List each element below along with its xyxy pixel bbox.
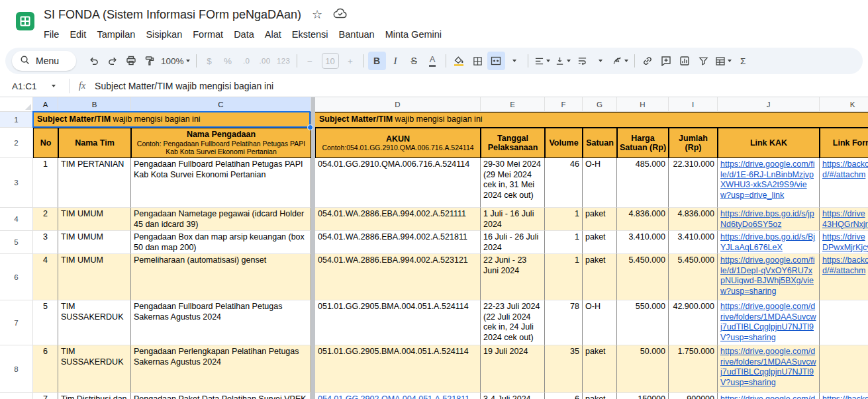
cloud-saved-icon[interactable]: [333, 7, 348, 22]
row-header-1[interactable]: 1: [0, 112, 33, 128]
cell-A9[interactable]: 7: [33, 393, 58, 399]
cell-G9[interactable]: paket: [583, 393, 617, 399]
insert-link-icon[interactable]: [639, 52, 657, 70]
cell-G6[interactable]: paket: [583, 254, 617, 300]
star-icon[interactable]: ☆: [312, 9, 322, 21]
menu-tampilan[interactable]: Tampilan: [91, 27, 140, 42]
cell-A4[interactable]: 2: [33, 208, 58, 231]
menu-minta-gemini[interactable]: Minta Gemini: [380, 27, 447, 42]
functions-button[interactable]: Σ: [734, 52, 752, 70]
cell-B7[interactable]: TIM SUSSAKERDUK: [58, 300, 131, 345]
cell-I5[interactable]: 3.410.000: [669, 231, 718, 254]
menu-bantuan[interactable]: Bantuan: [334, 27, 380, 42]
cell-D5[interactable]: 054.01.WA.2886.EBA.994.002.A.521811: [315, 231, 481, 254]
cell-J4[interactable]: https://drive.bps.go.id/s/jpNd6tyDo6SY5o…: [718, 208, 820, 231]
menu-data[interactable]: Data: [228, 27, 260, 42]
cell-G7[interactable]: O-H: [583, 300, 617, 345]
cell-I8[interactable]: 1.750.000: [669, 345, 718, 393]
cell-H8[interactable]: 50.000: [617, 345, 669, 393]
cell-J6[interactable]: https://drive.google.com/file/d/1DepI-qV…: [718, 254, 820, 300]
document-title[interactable]: SI FONDA (Sistem Informasi FOrm peNgaDAa…: [44, 8, 301, 22]
column-header-I[interactable]: I: [669, 97, 718, 112]
bold-button[interactable]: B: [368, 52, 386, 70]
cell-J3[interactable]: https://drive.google.com/file/d/1E-6RJ-L…: [718, 158, 820, 208]
cell-D1[interactable]: Subject Matter/TIM wajib mengisi bagian …: [315, 112, 868, 128]
menu-ekstensi[interactable]: Ekstensi: [287, 27, 334, 42]
header-cell-no[interactable]: No: [33, 128, 58, 158]
paint-format-icon[interactable]: [140, 52, 158, 70]
cell-E6[interactable]: 22 Juni - 23 Juni 2024: [481, 254, 545, 300]
column-header-A[interactable]: A: [33, 97, 58, 112]
number-format-icon[interactable]: 123: [275, 52, 293, 70]
header-cell-jumlah[interactable]: Jumlah (Rp): [669, 128, 718, 158]
row-header-4[interactable]: 4: [0, 208, 33, 231]
cell-A5[interactable]: 3: [33, 231, 58, 254]
cell-K5[interactable]: https://drive DPwxMjrKjcy: [820, 231, 868, 254]
formula-input[interactable]: Subject Matter/TIM wajib mengisi bagian …: [95, 81, 273, 91]
cell-F4[interactable]: 1: [545, 208, 583, 231]
row-header-9[interactable]: 9: [0, 393, 33, 399]
vertical-align-button[interactable]: [553, 52, 573, 70]
font-size-input[interactable]: 10: [320, 52, 341, 70]
cell-E3[interactable]: 29-30 Mei 2024 (29 Mei 2024 cek in, 31 M…: [481, 158, 545, 208]
undo-button[interactable]: [85, 52, 103, 70]
cell-A6[interactable]: 4: [33, 254, 58, 300]
cell-I3[interactable]: 22.310.000: [669, 158, 718, 208]
decrease-font-button[interactable]: −: [301, 52, 319, 70]
header-cell-tanggal[interactable]: Tanggal Pelaksanaan: [481, 128, 545, 158]
currency-format-icon[interactable]: $: [201, 52, 218, 70]
header-cell-link-kak[interactable]: Link KAK: [718, 128, 820, 158]
decrease-decimal-icon[interactable]: .0: [238, 52, 256, 70]
cell-G5[interactable]: paket: [583, 231, 617, 254]
header-cell-harga[interactable]: Harga Satuan (Rp): [617, 128, 669, 158]
row-header-5[interactable]: 5: [0, 231, 33, 254]
increase-decimal-icon[interactable]: .00: [256, 52, 274, 70]
header-cell-nama-pengadaan[interactable]: Nama PengadaanContoh: Pengadaan Fullboar…: [131, 128, 311, 158]
cell-F3[interactable]: 46: [545, 158, 583, 208]
column-header-J[interactable]: J: [718, 97, 820, 112]
cell-A8[interactable]: 6: [33, 345, 58, 393]
horizontal-align-button[interactable]: [532, 52, 552, 70]
column-header-C[interactable]: C: [131, 97, 311, 112]
cell-B4[interactable]: TIM UMUM: [58, 208, 131, 231]
insert-comment-icon[interactable]: [657, 52, 675, 70]
cell-J9[interactable]: https://drive.google.com/d: [718, 393, 820, 399]
zoom-dropdown[interactable]: 100%: [159, 52, 192, 70]
cell-A7[interactable]: 5: [33, 300, 58, 345]
print-icon[interactable]: [122, 52, 140, 70]
text-color-button[interactable]: A: [424, 52, 442, 70]
cell-C5[interactable]: Pengadaan Box dan map arsip keuangan (bo…: [131, 231, 311, 254]
borders-icon[interactable]: [469, 52, 487, 70]
cell-B6[interactable]: TIM UMUM: [58, 254, 131, 300]
menu-edit[interactable]: Edit: [64, 27, 91, 42]
cell-F8[interactable]: 35: [545, 345, 583, 393]
cell-F7[interactable]: 78: [545, 300, 583, 345]
cell-D9[interactable]: 054.01.GG.2902.QMA.004.051.A.521811: [315, 393, 481, 399]
cell-I9[interactable]: 900000: [669, 393, 718, 399]
cell-C8[interactable]: Pengadaan Perlengkapan Pelatihan Petugas…: [131, 345, 311, 393]
cell-K6[interactable]: https://backo d/#/attachm: [820, 254, 868, 300]
insert-chart-icon[interactable]: [676, 52, 694, 70]
menu-format[interactable]: Format: [187, 27, 228, 42]
column-header-B[interactable]: B: [58, 97, 131, 112]
cell-I4[interactable]: 4.836.000: [669, 208, 718, 231]
cell-K9[interactable]: https://backo: [820, 393, 868, 399]
menu-search[interactable]: Menu: [12, 51, 76, 71]
text-rotation-button[interactable]: [610, 52, 630, 70]
header-cell-nama-tim[interactable]: Nama Tim: [58, 128, 131, 158]
cell-H4[interactable]: 4.836.000: [617, 208, 669, 231]
cell-E7[interactable]: 22-23 Juli 2024 (22 Juli 2024 cek in, 24…: [481, 300, 545, 345]
increase-font-button[interactable]: +: [342, 52, 360, 70]
column-header-H[interactable]: H: [617, 97, 669, 112]
merge-dropdown[interactable]: [506, 52, 524, 70]
cell-J8[interactable]: https://drive.google.com/drive/folders/1…: [718, 345, 820, 393]
column-header-E[interactable]: E: [481, 97, 545, 112]
cell-G4[interactable]: paket: [583, 208, 617, 231]
cell-H6[interactable]: 5.450.000: [617, 254, 669, 300]
cell-F5[interactable]: 1: [545, 231, 583, 254]
filter-icon[interactable]: [695, 52, 712, 70]
menu-alat[interactable]: Alat: [260, 27, 287, 42]
merge-cells-button[interactable]: [487, 52, 505, 70]
row-header-3[interactable]: 3: [0, 158, 33, 208]
cell-F9[interactable]: 6: [545, 393, 583, 399]
